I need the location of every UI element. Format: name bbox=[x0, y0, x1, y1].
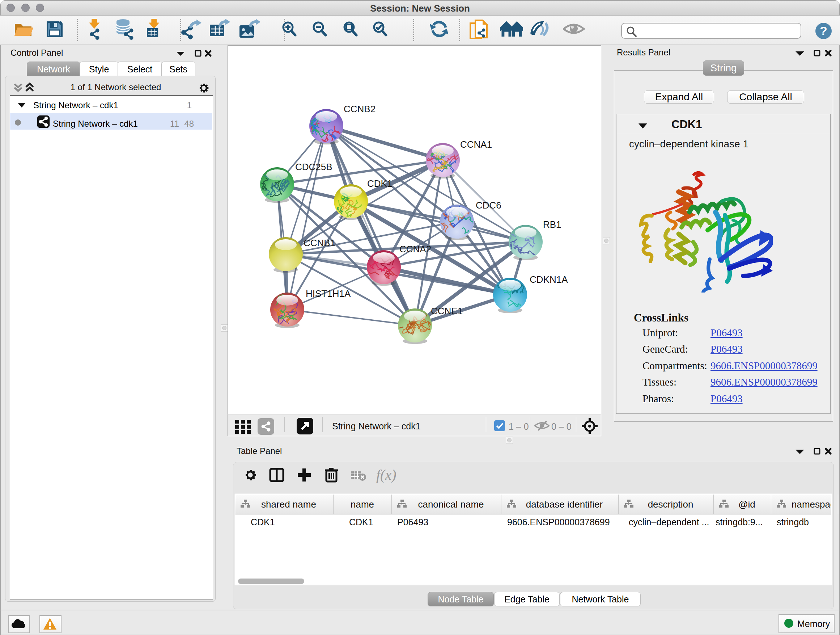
svg-text:CDC25B: CDC25B bbox=[295, 162, 332, 172]
svg-text:CCNA2: CCNA2 bbox=[399, 244, 431, 255]
svg-text:CCNB2: CCNB2 bbox=[344, 103, 376, 114]
svg-text:CCNA1: CCNA1 bbox=[460, 139, 492, 150]
svg-text:HIST1H1A: HIST1H1A bbox=[306, 288, 351, 299]
svg-text:CCNB1: CCNB1 bbox=[303, 238, 335, 249]
svg-text:CDC6: CDC6 bbox=[476, 200, 501, 211]
svg-text:CDK1: CDK1 bbox=[367, 178, 392, 189]
svg-text:CCNE1: CCNE1 bbox=[431, 306, 463, 317]
svg-text:CDKN1A: CDKN1A bbox=[530, 274, 568, 285]
svg-text:RB1: RB1 bbox=[543, 219, 561, 230]
